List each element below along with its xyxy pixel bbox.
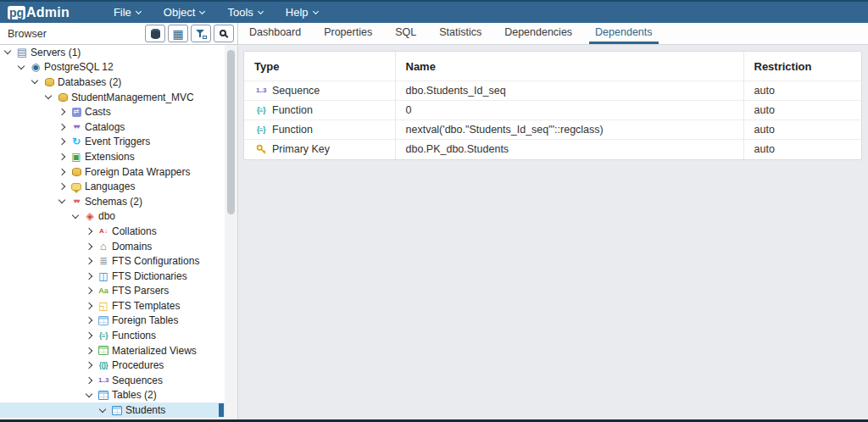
collapse-chevron-icon[interactable]	[45, 92, 52, 99]
expand-chevron-icon[interactable]	[86, 377, 92, 384]
filtered-rows-button[interactable]	[191, 25, 211, 42]
dependent-row: {≡}Function0auto	[244, 101, 861, 120]
menu-label: Help	[286, 6, 309, 19]
expand-chevron-icon[interactable]	[86, 347, 92, 353]
expand-chevron-icon[interactable]	[86, 272, 92, 279]
tree-item-dbo[interactable]: ◈dbo	[0, 209, 225, 225]
tree-item-students[interactable]: Students	[0, 403, 225, 418]
extensions-icon: ▣	[70, 151, 83, 163]
tab-dependents[interactable]: Dependents	[589, 23, 658, 44]
tree-item-label: Tables (2)	[112, 389, 157, 401]
tree-item-languages[interactable]: Languages	[0, 179, 225, 194]
tree-item-servers-1[interactable]: ▤Servers (1)	[0, 45, 225, 60]
menu-file[interactable]: File	[114, 6, 141, 19]
chevron-down-icon	[258, 8, 264, 14]
chevron-down-icon	[199, 8, 205, 14]
tree-item-domains[interactable]: ⌂Domains	[0, 239, 225, 254]
tree-item-foreign-data-wrappers[interactable]: Foreign Data Wrappers	[0, 164, 225, 180]
expand-chevron-icon[interactable]	[86, 332, 92, 339]
dependent-row: {≡}Functionnextval('dbo."Students_Id_seq…	[244, 120, 861, 140]
tab-dashboard[interactable]: Dashboard	[243, 23, 307, 44]
expand-chevron-icon[interactable]	[58, 124, 65, 130]
tree-item-event-triggers[interactable]: ↻Event Triggers	[0, 135, 225, 150]
collapse-chevron-icon[interactable]	[86, 391, 92, 397]
type-label: Sequence	[272, 85, 320, 97]
collapse-chevron-icon[interactable]	[31, 77, 38, 84]
tree-item-fts-configurations[interactable]: ≣FTS Configurations	[0, 253, 225, 269]
collapse-chevron-icon[interactable]	[4, 47, 11, 54]
procedures-icon: {()}	[97, 359, 110, 371]
tree-item-fts-parsers[interactable]: AaFTS Parsers	[0, 284, 225, 299]
collapse-chevron-icon[interactable]	[18, 63, 25, 69]
tree-scrollbar[interactable]	[225, 45, 238, 419]
tree-item-studentmanagement-mvc[interactable]: StudentManagement_MVC	[0, 90, 225, 105]
tree-item-functions[interactable]: {≡}Functions	[0, 328, 225, 343]
tree-item-sequences[interactable]: 1..3Sequences	[0, 373, 225, 388]
browser-toolbar: ▦	[142, 25, 234, 42]
tree-item-tables-2[interactable]: Tables (2)	[0, 388, 225, 403]
expand-chevron-icon[interactable]	[58, 153, 65, 160]
collapse-chevron-icon[interactable]	[58, 197, 65, 203]
tree-item-fts-templates[interactable]: ◱FTS Templates	[0, 298, 225, 314]
search-icon	[220, 30, 226, 36]
tab-properties[interactable]: Properties	[318, 23, 378, 44]
tab-statistics[interactable]: Statistics	[433, 23, 487, 44]
tree-item-procedures[interactable]: {()}Procedures	[0, 358, 225, 373]
top-bar: pg Admin FileObjectToolsHelp	[0, 0, 868, 23]
expand-chevron-icon[interactable]	[86, 317, 92, 324]
tree-item-postgresql-12[interactable]: ◉PostgreSQL 12	[0, 60, 225, 75]
tab-sql[interactable]: SQL	[389, 23, 422, 44]
expand-chevron-icon[interactable]	[86, 362, 92, 369]
tree-item-label: Event Triggers	[85, 136, 150, 147]
tree-item-collations[interactable]: A↓Collations	[0, 224, 225, 239]
search-objects-button[interactable]	[214, 25, 234, 42]
dependents-table: TypeNameRestriction 1..3Sequencedbo.Stud…	[244, 52, 861, 159]
primary-key-icon	[254, 143, 268, 155]
expand-chevron-icon[interactable]	[58, 138, 65, 145]
dependents-table-card: TypeNameRestriction 1..3Sequencedbo.Stud…	[243, 51, 862, 160]
tree-item-materialized-views[interactable]: Materialized Views	[0, 343, 225, 358]
tree-scrollbar-thumb[interactable]	[227, 50, 235, 214]
view-data-button[interactable]: ▦	[168, 25, 188, 42]
tree-item-label: dbo	[98, 210, 115, 222]
expand-chevron-icon[interactable]	[86, 303, 92, 309]
menu-help[interactable]: Help	[286, 6, 318, 19]
event-triggers-icon: ↻	[70, 136, 83, 147]
expand-chevron-icon[interactable]	[86, 242, 92, 249]
tree-item-schemas-2[interactable]: ♥♥Schemas (2)	[0, 194, 225, 209]
expand-chevron-icon[interactable]	[86, 287, 92, 294]
type-cell: {≡}Function	[244, 101, 395, 120]
browser-panel-header: Browser ▦	[0, 23, 238, 45]
expand-chevron-icon[interactable]	[58, 168, 65, 175]
function-icon: {≡}	[254, 104, 268, 116]
tree-item-catalogs[interactable]: ♥♥Catalogs	[0, 119, 225, 135]
function-icon: {≡}	[254, 124, 268, 136]
tree-item-fts-dictionaries[interactable]: ◫FTS Dictionaries	[0, 269, 225, 284]
column-header-restriction: Restriction	[743, 52, 861, 81]
tree-item-databases-2[interactable]: Databases (2)	[0, 75, 225, 90]
tree-item-label: FTS Configurations	[112, 255, 199, 267]
expand-chevron-icon[interactable]	[58, 108, 65, 115]
tree-item-foreign-tables[interactable]: Foreign Tables	[0, 314, 225, 329]
catalogs-icon: ♥♥	[70, 121, 83, 133]
database-icon	[56, 92, 70, 103]
expand-chevron-icon[interactable]	[58, 183, 65, 190]
menu-tools[interactable]: Tools	[227, 6, 262, 19]
schema-icon: ◈	[83, 210, 97, 222]
menu-object[interactable]: Object	[164, 6, 205, 19]
expand-chevron-icon[interactable]	[86, 228, 92, 235]
tab-dependencies[interactable]: Dependencies	[498, 23, 578, 44]
fts-dictionaries-icon: ◫	[97, 270, 110, 282]
content-area: ▤Servers (1)◉PostgreSQL 12Databases (2)S…	[0, 45, 868, 419]
collapse-chevron-icon[interactable]	[99, 405, 106, 412]
domains-icon: ⌂	[97, 241, 110, 253]
menu-bar: FileObjectToolsHelp	[114, 6, 318, 19]
functions-icon: {≡}	[97, 330, 110, 341]
sequence-icon: 1..3	[254, 85, 268, 97]
tree-item-extensions[interactable]: ▣Extensions	[0, 149, 225, 164]
languages-icon	[70, 180, 83, 192]
expand-chevron-icon[interactable]	[86, 258, 92, 264]
collapse-chevron-icon[interactable]	[72, 212, 79, 219]
tree-item-casts[interactable]: ⇄Casts	[0, 104, 225, 119]
object-types-button[interactable]	[145, 25, 165, 42]
